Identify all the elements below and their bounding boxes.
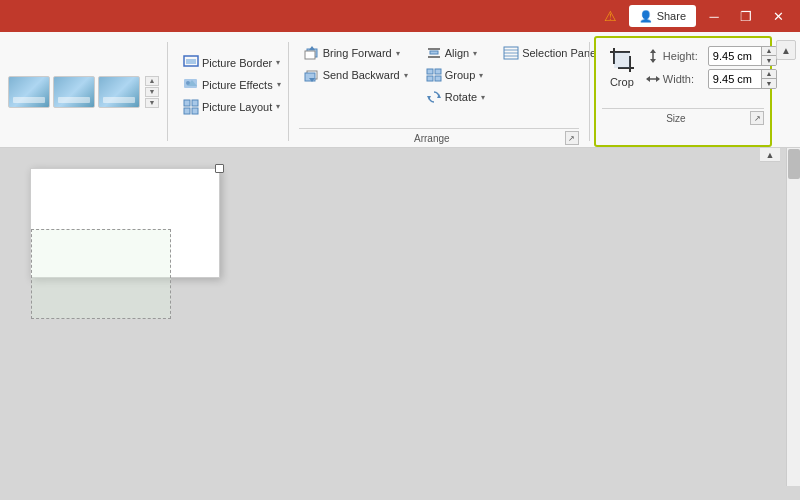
send-backward-button[interactable]: Send Backward ▾ — [299, 65, 413, 85]
send-backward-dropdown: ▾ — [404, 71, 408, 80]
crop-button[interactable]: Crop — [602, 44, 642, 90]
group-button[interactable]: Group ▾ — [421, 65, 490, 85]
size-group-label: Size — [602, 113, 750, 124]
svg-marker-38 — [656, 76, 660, 82]
slide-thumbnail-1[interactable] — [8, 76, 50, 108]
rotate-button[interactable]: Rotate ▾ — [421, 87, 490, 107]
close-button[interactable]: ✕ — [764, 5, 792, 27]
rotate-label: Rotate — [445, 91, 477, 103]
crop-label: Crop — [610, 76, 634, 88]
selection-pane-button[interactable]: Selection Pane — [498, 43, 601, 63]
scroll-mid-button[interactable]: ▼ — [145, 87, 159, 97]
svg-rect-6 — [192, 100, 198, 106]
picture-border-label: Picture Border — [202, 57, 272, 69]
width-input[interactable] — [709, 71, 761, 87]
picture-effects-dropdown: ▾ — [277, 80, 281, 89]
arrange-group-label: Arrange — [299, 133, 565, 144]
width-spinner: ▲ ▼ — [761, 70, 776, 88]
arrange-content: Bring Forward ▾ Send Backward ▾ — [299, 36, 579, 128]
picture-layout-dropdown: ▾ — [276, 102, 280, 111]
picture-layout-label: Picture Layout — [202, 101, 272, 113]
height-icon — [646, 49, 660, 63]
crop-icon — [608, 46, 636, 74]
picture-format-content: Picture Border ▾ Picture Effects ▾ Pictu… — [178, 36, 278, 147]
slide-thumbnail-2[interactable] — [53, 76, 95, 108]
svg-marker-35 — [650, 59, 656, 63]
selection-pane-icon — [503, 45, 519, 61]
picture-effects-button[interactable]: Picture Effects ▾ — [178, 75, 278, 95]
svg-rect-1 — [186, 59, 196, 64]
width-spin-down[interactable]: ▼ — [762, 79, 776, 88]
send-backward-icon — [304, 67, 320, 83]
selection-handle[interactable] — [215, 164, 224, 173]
restore-button[interactable]: ❐ — [732, 5, 760, 27]
canvas-area: ▲ — [0, 148, 800, 500]
scrollbar-thumb[interactable] — [788, 149, 800, 179]
canvas-slide[interactable] — [30, 168, 220, 278]
ribbon: ▲ ▼ ▼ Picture Border ▾ Picture Effects ▾ — [0, 32, 800, 148]
group-dropdown: ▾ — [479, 71, 483, 80]
send-backward-label: Send Backward — [323, 69, 400, 81]
picture-effects-label: Picture Effects — [202, 79, 273, 91]
size-group: Crop Height: ▲ ▼ — [594, 36, 772, 147]
thumbnail-scroll: ▲ ▼ ▼ — [145, 76, 159, 108]
selection-pane-label: Selection Pane — [522, 47, 596, 59]
height-input[interactable] — [709, 48, 761, 64]
arrange-expand-button[interactable]: ↗ — [565, 131, 579, 145]
size-inputs: Height: ▲ ▼ Width: — [646, 46, 777, 89]
size-expand-button[interactable]: ↗ — [750, 111, 764, 125]
align-label: Align — [445, 47, 469, 59]
picture-border-dropdown: ▾ — [276, 58, 280, 67]
divider-1 — [167, 42, 168, 141]
align-dropdown: ▾ — [473, 49, 477, 58]
width-row: Width: ▲ ▼ — [646, 69, 777, 89]
picture-effects-icon — [183, 77, 199, 93]
svg-rect-18 — [427, 69, 433, 74]
rotate-icon — [426, 89, 442, 105]
width-spin-up[interactable]: ▲ — [762, 70, 776, 79]
scroll-up-canvas-button[interactable]: ▲ — [760, 148, 780, 162]
scroll-up-button[interactable]: ▲ — [145, 76, 159, 86]
bring-forward-button[interactable]: Bring Forward ▾ — [299, 43, 413, 63]
height-spin-down[interactable]: ▼ — [762, 56, 776, 65]
selected-object[interactable] — [31, 229, 171, 319]
picture-border-button[interactable]: Picture Border ▾ — [178, 53, 278, 73]
bring-forward-icon — [304, 45, 320, 61]
width-label: Width: — [663, 73, 705, 85]
align-button[interactable]: Align ▾ — [421, 43, 490, 63]
svg-marker-34 — [650, 49, 656, 53]
height-row: Height: ▲ ▼ — [646, 46, 777, 66]
svg-rect-10 — [305, 51, 315, 59]
svg-marker-11 — [309, 46, 315, 50]
group-label: Group — [445, 69, 476, 81]
scroll-down-button[interactable]: ▼ — [145, 98, 159, 108]
picture-format-group: Picture Border ▾ Picture Effects ▾ Pictu… — [172, 36, 284, 147]
slide-thumbnail-panel: ▲ ▼ ▼ — [4, 36, 163, 147]
svg-marker-37 — [646, 76, 650, 82]
divider-2 — [288, 42, 289, 141]
picture-layout-icon — [183, 99, 199, 115]
vertical-scrollbar[interactable] — [786, 148, 800, 486]
divider-3 — [589, 42, 590, 141]
svg-rect-8 — [192, 108, 198, 114]
height-input-wrap: ▲ ▼ — [708, 46, 777, 66]
width-input-wrap: ▲ ▼ — [708, 69, 777, 89]
picture-border-icon — [183, 55, 199, 71]
bring-forward-dropdown: ▾ — [396, 49, 400, 58]
size-content: Crop Height: ▲ ▼ — [602, 40, 764, 108]
size-group-footer: Size ↗ — [602, 108, 764, 127]
height-label: Height: — [663, 50, 705, 62]
slide-thumbnail-3[interactable] — [98, 76, 140, 108]
ribbon-collapse-button[interactable]: ▲ — [776, 40, 796, 60]
share-button[interactable]: 👤 Share — [629, 5, 696, 27]
height-spinner: ▲ ▼ — [761, 47, 776, 65]
svg-rect-21 — [435, 76, 441, 81]
group-icon — [426, 67, 442, 83]
canvas-background — [0, 148, 780, 500]
picture-layout-button[interactable]: Picture Layout ▾ — [178, 97, 278, 117]
width-icon — [646, 72, 660, 86]
minimize-button[interactable]: ─ — [700, 5, 728, 27]
warning-icon: ⚠ — [597, 5, 625, 27]
share-label: Share — [657, 10, 686, 22]
height-spin-up[interactable]: ▲ — [762, 47, 776, 56]
